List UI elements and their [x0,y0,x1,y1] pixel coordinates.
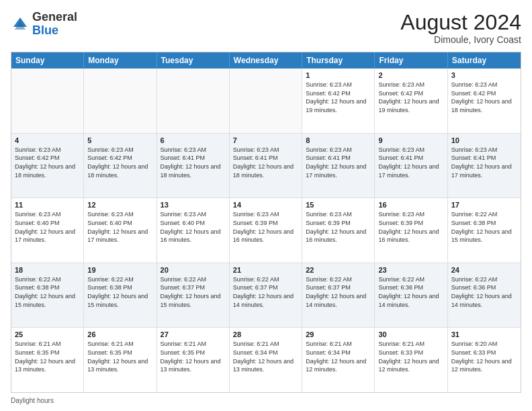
cal-header-monday: Monday [84,52,157,68]
cell-info: Sunrise: 6:23 AM Sunset: 6:41 PM Dayligh… [233,146,298,179]
cal-cell-20: 20Sunrise: 6:22 AM Sunset: 6:37 PM Dayli… [157,263,230,328]
day-number: 9 [378,136,443,144]
cal-cell-empty-2 [157,68,230,133]
day-number: 3 [451,71,517,79]
page-header: General Blue August 2024 Dimoule, Ivory … [11,11,521,45]
cal-header-thursday: Thursday [302,52,375,68]
cell-info: Sunrise: 6:23 AM Sunset: 6:42 PM Dayligh… [15,146,80,179]
cell-info: Sunrise: 6:22 AM Sunset: 6:36 PM Dayligh… [378,275,443,309]
cal-cell-25: 25Sunrise: 6:21 AM Sunset: 6:35 PM Dayli… [11,328,84,392]
day-number: 22 [306,266,371,274]
cell-info: Sunrise: 6:21 AM Sunset: 6:34 PM Dayligh… [306,340,371,373]
cell-info: Sunrise: 6:22 AM Sunset: 6:36 PM Dayligh… [451,275,517,309]
cal-cell-5: 5Sunrise: 6:23 AM Sunset: 6:42 PM Daylig… [84,134,157,198]
day-number: 27 [161,330,226,338]
cell-info: Sunrise: 6:23 AM Sunset: 6:42 PM Dayligh… [306,81,371,114]
cal-cell-2: 2Sunrise: 6:23 AM Sunset: 6:42 PM Daylig… [375,68,447,133]
month-year: August 2024 [400,11,521,34]
cal-cell-4: 4Sunrise: 6:23 AM Sunset: 6:42 PM Daylig… [11,134,84,198]
calendar-header-row: SundayMondayTuesdayWednesdayThursdayFrid… [11,52,521,68]
cal-week-1: 1Sunrise: 6:23 AM Sunset: 6:42 PM Daylig… [11,68,521,134]
cal-cell-empty-0 [11,68,84,133]
day-number: 10 [451,136,517,144]
logo: General Blue [11,11,77,38]
cal-header-saturday: Saturday [448,52,521,68]
cell-info: Sunrise: 6:23 AM Sunset: 6:41 PM Dayligh… [306,146,371,179]
cal-week-5: 25Sunrise: 6:21 AM Sunset: 6:35 PM Dayli… [11,328,521,392]
cell-info: Sunrise: 6:21 AM Sunset: 6:35 PM Dayligh… [161,340,226,373]
day-number: 11 [15,201,80,209]
cell-info: Sunrise: 6:23 AM Sunset: 6:39 PM Dayligh… [306,210,371,244]
cal-cell-17: 17Sunrise: 6:22 AM Sunset: 6:38 PM Dayli… [448,198,521,263]
day-number: 16 [378,201,443,209]
logo-icon [11,15,30,34]
day-number: 5 [87,136,152,144]
title-block: August 2024 Dimoule, Ivory Coast [400,11,521,45]
cal-cell-24: 24Sunrise: 6:22 AM Sunset: 6:36 PM Dayli… [448,263,521,328]
cell-info: Sunrise: 6:23 AM Sunset: 6:40 PM Dayligh… [15,210,80,244]
cell-info: Sunrise: 6:22 AM Sunset: 6:37 PM Dayligh… [161,275,226,309]
day-number: 1 [306,71,371,79]
calendar: SundayMondayTuesdayWednesdayThursdayFrid… [11,52,521,393]
cal-cell-10: 10Sunrise: 6:23 AM Sunset: 6:41 PM Dayli… [448,134,521,198]
cell-info: Sunrise: 6:23 AM Sunset: 6:41 PM Dayligh… [161,146,226,179]
cal-cell-29: 29Sunrise: 6:21 AM Sunset: 6:34 PM Dayli… [302,328,375,392]
cal-cell-31: 31Sunrise: 6:20 AM Sunset: 6:33 PM Dayli… [448,328,521,392]
logo-blue: Blue [32,24,58,37]
cal-cell-27: 27Sunrise: 6:21 AM Sunset: 6:35 PM Dayli… [157,328,230,392]
cal-cell-30: 30Sunrise: 6:21 AM Sunset: 6:33 PM Dayli… [375,328,447,392]
day-number: 29 [306,330,371,338]
day-number: 18 [15,266,80,274]
cell-info: Sunrise: 6:21 AM Sunset: 6:34 PM Dayligh… [233,340,298,373]
day-number: 7 [233,136,298,144]
cell-info: Sunrise: 6:23 AM Sunset: 6:42 PM Dayligh… [451,81,517,114]
cal-cell-16: 16Sunrise: 6:23 AM Sunset: 6:39 PM Dayli… [375,198,447,263]
day-number: 4 [15,136,80,144]
cell-info: Sunrise: 6:21 AM Sunset: 6:33 PM Dayligh… [378,340,443,373]
day-number: 30 [378,330,443,338]
location: Dimoule, Ivory Coast [400,34,521,45]
cell-info: Sunrise: 6:23 AM Sunset: 6:42 PM Dayligh… [378,81,443,114]
day-number: 2 [378,71,443,79]
cal-cell-18: 18Sunrise: 6:22 AM Sunset: 6:38 PM Dayli… [11,263,84,328]
cell-info: Sunrise: 6:23 AM Sunset: 6:42 PM Dayligh… [87,146,152,179]
cal-header-tuesday: Tuesday [157,52,230,68]
day-number: 26 [87,330,152,338]
cal-cell-9: 9Sunrise: 6:23 AM Sunset: 6:41 PM Daylig… [375,134,447,198]
day-number: 19 [87,266,152,274]
cell-info: Sunrise: 6:22 AM Sunset: 6:38 PM Dayligh… [15,275,80,309]
cal-cell-empty-1 [84,68,157,133]
cal-cell-14: 14Sunrise: 6:23 AM Sunset: 6:39 PM Dayli… [230,198,302,263]
cell-info: Sunrise: 6:21 AM Sunset: 6:35 PM Dayligh… [87,340,152,373]
cal-cell-empty-3 [230,68,302,133]
cal-cell-11: 11Sunrise: 6:23 AM Sunset: 6:40 PM Dayli… [11,198,84,263]
day-number: 23 [378,266,443,274]
cell-info: Sunrise: 6:23 AM Sunset: 6:39 PM Dayligh… [233,210,298,244]
calendar-body: 1Sunrise: 6:23 AM Sunset: 6:42 PM Daylig… [11,68,521,392]
day-number: 8 [306,136,371,144]
cal-cell-19: 19Sunrise: 6:22 AM Sunset: 6:38 PM Dayli… [84,263,157,328]
cal-cell-3: 3Sunrise: 6:23 AM Sunset: 6:42 PM Daylig… [448,68,521,133]
cell-info: Sunrise: 6:23 AM Sunset: 6:40 PM Dayligh… [161,210,226,244]
day-number: 28 [233,330,298,338]
daylight-hours-label: Daylight hours [11,397,54,404]
cell-info: Sunrise: 6:22 AM Sunset: 6:38 PM Dayligh… [451,210,517,244]
cal-cell-15: 15Sunrise: 6:23 AM Sunset: 6:39 PM Dayli… [302,198,375,263]
cal-cell-13: 13Sunrise: 6:23 AM Sunset: 6:40 PM Dayli… [157,198,230,263]
cell-info: Sunrise: 6:21 AM Sunset: 6:35 PM Dayligh… [15,340,80,373]
cal-header-sunday: Sunday [11,52,84,68]
cal-cell-23: 23Sunrise: 6:22 AM Sunset: 6:36 PM Dayli… [375,263,447,328]
day-number: 20 [161,266,226,274]
cell-info: Sunrise: 6:23 AM Sunset: 6:39 PM Dayligh… [378,210,443,244]
day-number: 31 [451,330,517,338]
cal-week-4: 18Sunrise: 6:22 AM Sunset: 6:38 PM Dayli… [11,263,521,328]
logo-general: General [32,10,77,24]
cell-info: Sunrise: 6:22 AM Sunset: 6:37 PM Dayligh… [233,275,298,309]
footer: Daylight hours [11,397,521,404]
cal-cell-6: 6Sunrise: 6:23 AM Sunset: 6:41 PM Daylig… [157,134,230,198]
cal-cell-12: 12Sunrise: 6:23 AM Sunset: 6:40 PM Dayli… [84,198,157,263]
cell-info: Sunrise: 6:23 AM Sunset: 6:41 PM Dayligh… [378,146,443,179]
cal-cell-7: 7Sunrise: 6:23 AM Sunset: 6:41 PM Daylig… [230,134,302,198]
cal-cell-21: 21Sunrise: 6:22 AM Sunset: 6:37 PM Dayli… [230,263,302,328]
day-number: 6 [161,136,226,144]
